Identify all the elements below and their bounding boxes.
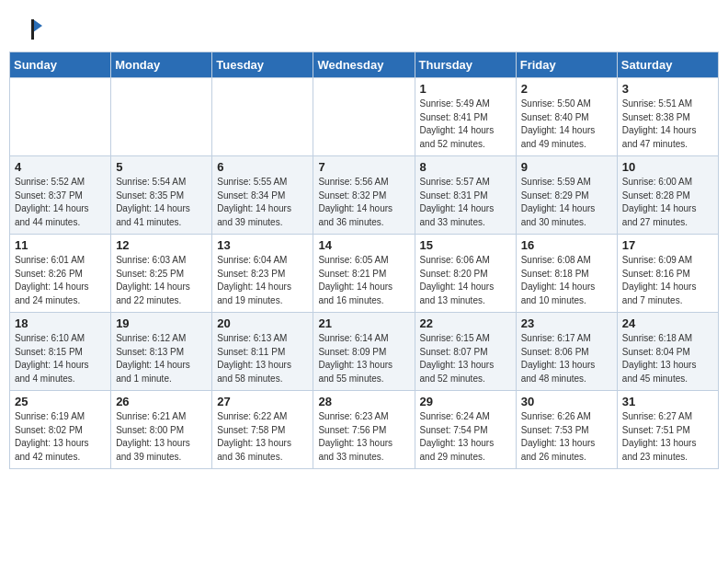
calendar-header-row: SundayMondayTuesdayWednesdayThursdayFrid… (10, 52, 719, 78)
day-number: 25 (15, 395, 106, 408)
day-info: Sunrise: 6:23 AM Sunset: 7:56 PM Dayligh… (318, 410, 409, 464)
calendar-cell (111, 78, 212, 156)
logo (20, 17, 50, 42)
day-info: Sunrise: 6:03 AM Sunset: 8:25 PM Dayligh… (116, 254, 207, 307)
day-number: 1 (420, 82, 511, 96)
calendar-cell: 12Sunrise: 6:03 AM Sunset: 8:25 PM Dayli… (111, 235, 212, 313)
day-info: Sunrise: 6:10 AM Sunset: 8:15 PM Dayligh… (15, 332, 106, 385)
day-number: 6 (217, 160, 308, 174)
day-number: 19 (116, 316, 207, 330)
day-number: 22 (420, 316, 511, 330)
day-info: Sunrise: 5:56 AM Sunset: 8:32 PM Dayligh… (318, 176, 409, 229)
day-number: 29 (420, 395, 511, 408)
calendar-cell: 23Sunrise: 6:17 AM Sunset: 8:06 PM Dayli… (516, 313, 617, 391)
calendar-cell: 26Sunrise: 6:21 AM Sunset: 8:00 PM Dayli… (111, 391, 212, 469)
calendar-cell: 28Sunrise: 6:23 AM Sunset: 7:56 PM Dayli… (313, 391, 415, 469)
calendar-cell: 14Sunrise: 6:05 AM Sunset: 8:21 PM Dayli… (313, 235, 415, 313)
svg-marker-0 (33, 19, 42, 32)
calendar-cell: 25Sunrise: 6:19 AM Sunset: 8:02 PM Dayli… (10, 391, 111, 469)
day-number: 31 (622, 395, 713, 408)
calendar-cell: 29Sunrise: 6:24 AM Sunset: 7:54 PM Dayli… (415, 391, 516, 469)
day-header-friday: Friday (516, 52, 617, 78)
calendar-cell (10, 78, 111, 156)
week-row-0: 1Sunrise: 5:49 AM Sunset: 8:41 PM Daylig… (10, 78, 719, 156)
day-header-saturday: Saturday (617, 52, 718, 78)
calendar-wrap: SundayMondayTuesdayWednesdayThursdayFrid… (0, 52, 728, 563)
day-info: Sunrise: 6:01 AM Sunset: 8:26 PM Dayligh… (15, 254, 106, 307)
day-info: Sunrise: 6:27 AM Sunset: 7:51 PM Dayligh… (622, 410, 713, 464)
day-info: Sunrise: 6:05 AM Sunset: 8:21 PM Dayligh… (318, 254, 409, 307)
calendar-cell (313, 78, 415, 156)
day-number: 10 (622, 160, 713, 174)
day-info: Sunrise: 6:22 AM Sunset: 7:58 PM Dayligh… (217, 410, 308, 464)
day-info: Sunrise: 5:54 AM Sunset: 8:35 PM Dayligh… (116, 176, 207, 229)
day-header-tuesday: Tuesday (212, 52, 313, 78)
day-number: 26 (116, 395, 207, 408)
day-info: Sunrise: 5:55 AM Sunset: 8:34 PM Dayligh… (217, 176, 308, 229)
day-number: 21 (318, 316, 409, 330)
day-info: Sunrise: 5:59 AM Sunset: 8:29 PM Dayligh… (521, 176, 612, 229)
day-info: Sunrise: 6:12 AM Sunset: 8:13 PM Dayligh… (116, 332, 207, 385)
calendar-cell: 10Sunrise: 6:00 AM Sunset: 8:28 PM Dayli… (617, 156, 718, 235)
calendar-cell: 4Sunrise: 5:52 AM Sunset: 8:37 PM Daylig… (10, 156, 111, 235)
day-info: Sunrise: 5:52 AM Sunset: 8:37 PM Dayligh… (15, 176, 106, 229)
calendar-cell: 18Sunrise: 6:10 AM Sunset: 8:15 PM Dayli… (10, 313, 111, 391)
svg-rect-1 (31, 19, 34, 40)
day-info: Sunrise: 6:04 AM Sunset: 8:23 PM Dayligh… (217, 254, 308, 307)
day-number: 14 (318, 238, 409, 252)
day-info: Sunrise: 6:24 AM Sunset: 7:54 PM Dayligh… (420, 410, 511, 464)
calendar-cell: 22Sunrise: 6:15 AM Sunset: 8:07 PM Dayli… (415, 313, 516, 391)
day-number: 9 (521, 160, 612, 174)
day-number: 24 (622, 316, 713, 330)
day-number: 28 (318, 395, 409, 408)
day-info: Sunrise: 6:13 AM Sunset: 8:11 PM Dayligh… (217, 332, 308, 385)
calendar-cell (212, 78, 313, 156)
header (0, 0, 728, 52)
day-info: Sunrise: 6:19 AM Sunset: 8:02 PM Dayligh… (15, 410, 106, 464)
day-number: 20 (217, 316, 308, 330)
calendar-cell: 11Sunrise: 6:01 AM Sunset: 8:26 PM Dayli… (10, 235, 111, 313)
calendar-cell: 7Sunrise: 5:56 AM Sunset: 8:32 PM Daylig… (313, 156, 415, 235)
calendar-cell: 17Sunrise: 6:09 AM Sunset: 8:16 PM Dayli… (617, 235, 718, 313)
calendar-cell: 31Sunrise: 6:27 AM Sunset: 7:51 PM Dayli… (617, 391, 718, 469)
calendar-cell: 15Sunrise: 6:06 AM Sunset: 8:20 PM Dayli… (415, 235, 516, 313)
week-row-4: 25Sunrise: 6:19 AM Sunset: 8:02 PM Dayli… (10, 391, 719, 469)
day-number: 2 (521, 82, 612, 96)
page: SundayMondayTuesdayWednesdayThursdayFrid… (0, 0, 728, 563)
day-number: 18 (15, 316, 106, 330)
calendar-cell: 30Sunrise: 6:26 AM Sunset: 7:53 PM Dayli… (516, 391, 617, 469)
day-info: Sunrise: 5:49 AM Sunset: 8:41 PM Dayligh… (420, 98, 511, 151)
week-row-3: 18Sunrise: 6:10 AM Sunset: 8:15 PM Dayli… (10, 313, 719, 391)
day-header-thursday: Thursday (415, 52, 516, 78)
calendar-cell: 1Sunrise: 5:49 AM Sunset: 8:41 PM Daylig… (415, 78, 516, 156)
day-number: 27 (217, 395, 308, 408)
day-number: 13 (217, 238, 308, 252)
calendar-cell: 19Sunrise: 6:12 AM Sunset: 8:13 PM Dayli… (111, 313, 212, 391)
day-number: 7 (318, 160, 409, 174)
calendar-cell: 16Sunrise: 6:08 AM Sunset: 8:18 PM Dayli… (516, 235, 617, 313)
week-row-2: 11Sunrise: 6:01 AM Sunset: 8:26 PM Dayli… (10, 235, 719, 313)
day-number: 23 (521, 316, 612, 330)
day-info: Sunrise: 6:18 AM Sunset: 8:04 PM Dayligh… (622, 332, 713, 385)
calendar-cell: 20Sunrise: 6:13 AM Sunset: 8:11 PM Dayli… (212, 313, 313, 391)
day-info: Sunrise: 6:21 AM Sunset: 8:00 PM Dayligh… (116, 410, 207, 464)
calendar-cell: 5Sunrise: 5:54 AM Sunset: 8:35 PM Daylig… (111, 156, 212, 235)
calendar-cell: 27Sunrise: 6:22 AM Sunset: 7:58 PM Dayli… (212, 391, 313, 469)
calendar-cell: 21Sunrise: 6:14 AM Sunset: 8:09 PM Dayli… (313, 313, 415, 391)
day-header-monday: Monday (111, 52, 212, 78)
day-info: Sunrise: 6:09 AM Sunset: 8:16 PM Dayligh… (622, 254, 713, 307)
day-info: Sunrise: 6:15 AM Sunset: 8:07 PM Dayligh… (420, 332, 511, 385)
calendar-cell: 8Sunrise: 5:57 AM Sunset: 8:31 PM Daylig… (415, 156, 516, 235)
day-number: 30 (521, 395, 612, 408)
day-header-wednesday: Wednesday (313, 52, 415, 78)
day-number: 5 (116, 160, 207, 174)
calendar-cell: 24Sunrise: 6:18 AM Sunset: 8:04 PM Dayli… (617, 313, 718, 391)
day-number: 12 (116, 238, 207, 252)
calendar-cell: 6Sunrise: 5:55 AM Sunset: 8:34 PM Daylig… (212, 156, 313, 235)
day-number: 8 (420, 160, 511, 174)
day-info: Sunrise: 5:50 AM Sunset: 8:40 PM Dayligh… (521, 98, 612, 151)
calendar-cell: 13Sunrise: 6:04 AM Sunset: 8:23 PM Dayli… (212, 235, 313, 313)
day-number: 17 (622, 238, 713, 252)
day-info: Sunrise: 6:08 AM Sunset: 8:18 PM Dayligh… (521, 254, 612, 307)
day-info: Sunrise: 6:00 AM Sunset: 8:28 PM Dayligh… (622, 176, 713, 229)
